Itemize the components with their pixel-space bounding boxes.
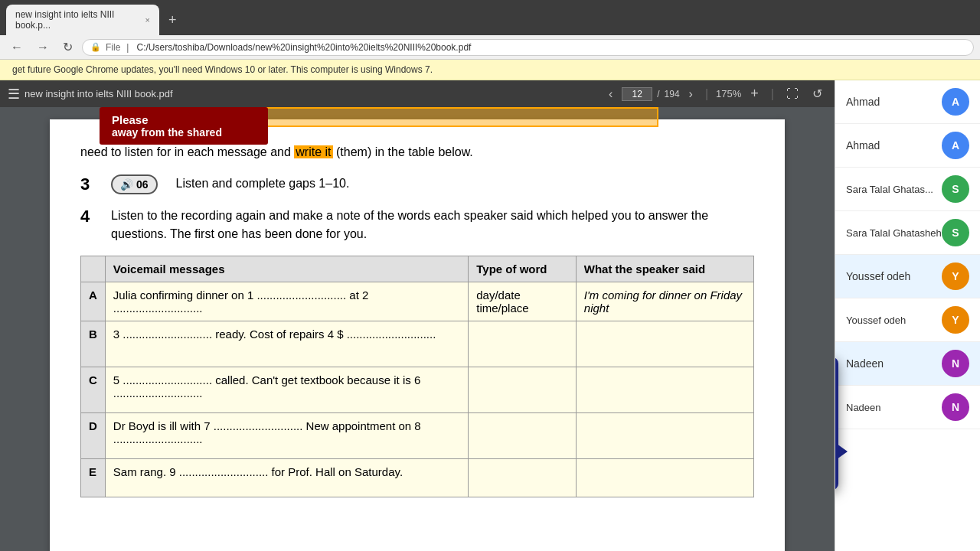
avatar: S: [942, 175, 969, 203]
app-root: new insight into ielts NIII book.p... × …: [0, 0, 980, 551]
page-number-input[interactable]: [622, 87, 652, 101]
th-empty: [81, 256, 106, 282]
pdf-viewer: ☰ new insight into ielts NIII book.pdf ‹…: [0, 80, 835, 551]
avatar: A: [942, 132, 969, 159]
avatar: Y: [942, 262, 969, 290]
row-a-said: I'm coming for dinner on Friday night: [576, 282, 753, 321]
row-d-msg: Dr Boyd is ill with 7 ..................…: [105, 412, 468, 458]
listen-intro-text: need to listen for in each message and w…: [80, 142, 754, 162]
participant-item: Nadeen N: [835, 386, 980, 429]
reload-button[interactable]: ↻: [58, 38, 77, 56]
page-separator: /: [657, 89, 659, 99]
step4-number: 4: [80, 207, 99, 227]
step-3-row: 3 🔊 06 Listen and complete gaps 1–10.: [80, 174, 754, 194]
step3-icon: 🔊 06: [111, 174, 158, 194]
new-tab-button[interactable]: +: [162, 9, 183, 31]
update-text: get future Google Chrome updates, you'll…: [12, 64, 433, 75]
right-panel: Ahmad A Ahmad A Sara Talal Ghatas... S S…: [835, 80, 980, 551]
table-row: C 5 ............................ called.…: [81, 367, 754, 412]
viewer-area: Please away from the shared need to list…: [0, 107, 835, 551]
pdf-toolbar-left: ☰ new insight into ielts NIII book.pdf: [8, 86, 173, 103]
participant-item: Sara Talal Ghatas... S: [835, 168, 980, 211]
nav-bar: ← → ↻ 🔒 File | C:/Users/toshiba/Download…: [0, 35, 980, 60]
participant-item: Sara Talal Ghatasheh S: [835, 211, 980, 255]
participant-name: Ahmad: [846, 139, 880, 152]
participant-item-active: Youssef odeh Y: [835, 255, 980, 298]
page-total: 194: [665, 89, 680, 99]
hamburger-icon[interactable]: ☰: [8, 86, 20, 103]
browser-body: ☰ new insight into ielts NIII book.pdf ‹…: [0, 80, 980, 551]
update-banner: get future Google Chrome updates, you'll…: [0, 60, 980, 80]
row-a-msg: Julia confirming dinner on 1 ...........…: [105, 282, 468, 321]
address-bar[interactable]: 🔒 File | C:/Users/toshiba/Downloads/new%…: [82, 39, 974, 56]
avatar: S: [942, 219, 969, 246]
row-c-type: [469, 367, 577, 412]
step3-number: 3: [80, 174, 99, 194]
step-4-row: 4 Listen to the recording again and make…: [80, 207, 754, 243]
zoom-in-button[interactable]: +: [746, 84, 763, 103]
warning-line2: away from the shared: [112, 126, 256, 139]
step4-text: Listen to the recording again and make a…: [111, 207, 754, 243]
page-controls: ‹ / 194 › | 175% + | ⛶ ↺: [604, 84, 827, 103]
row-c-said: [576, 367, 753, 412]
back-button[interactable]: ←: [6, 39, 28, 56]
participant-name: Youssef odeh: [846, 315, 906, 326]
participant-name: Youssef odeh: [846, 270, 910, 282]
row-b-type: [469, 321, 577, 367]
prev-page-button[interactable]: ‹: [604, 86, 617, 103]
avatar: N: [942, 350, 969, 377]
row-a-type: day/date time/place: [469, 282, 577, 321]
row-c-label: C: [81, 367, 106, 412]
address-separator: |: [126, 42, 129, 53]
row-a-label: A: [81, 282, 106, 321]
speaker-icon: 🔊: [120, 178, 133, 191]
participant-item-active: Nadeen N: [835, 342, 980, 386]
toolbar-sep: |: [705, 87, 708, 101]
table-row: E Sam rang. 9 ..........................…: [81, 458, 754, 497]
row-e-said: [576, 458, 753, 497]
row-c-msg: 5 ............................ called. C…: [105, 367, 468, 412]
participant-item: Youssef odeh Y: [835, 298, 980, 342]
participant-item: Ahmad A: [835, 80, 980, 124]
popup-arrow: [837, 444, 848, 459]
table-header-row: Voicemail messages Type of word What the…: [81, 256, 754, 282]
pdf-page-area: need to listen for in each message and w…: [0, 107, 835, 551]
th-type: Type of word: [469, 256, 577, 282]
file-label: File: [106, 42, 120, 53]
th-voicemail: Voicemail messages: [105, 256, 468, 282]
row-b-said: [576, 321, 753, 367]
active-tab[interactable]: new insight into ielts NIII book.p... ×: [6, 5, 159, 35]
participant-item: Ahmad A: [835, 124, 980, 168]
tab-title: new insight into ielts NIII book.p...: [15, 9, 139, 31]
participant-name: Sara Talal Ghatas...: [846, 184, 933, 195]
tab-close-button[interactable]: ×: [145, 15, 150, 24]
row-b-label: B: [81, 321, 106, 367]
rotate-button[interactable]: ↺: [808, 85, 827, 103]
row-b-msg: 3 ............................ ready. Co…: [105, 321, 468, 367]
fullscreen-button[interactable]: ⛶: [782, 86, 803, 103]
zoom-level: 175%: [716, 88, 741, 99]
avatar: N: [942, 393, 969, 421]
highlight-writeithem: write it: [294, 145, 332, 158]
avatar: Y: [942, 306, 969, 334]
note-popup: Tes You need to be able to use paraphras…: [835, 357, 838, 490]
forward-button[interactable]: →: [32, 39, 54, 56]
participant-name: Nadeen: [846, 402, 881, 413]
voicemail-table: Voicemail messages Type of word What the…: [80, 256, 754, 497]
address-lock-icon: 🔒: [90, 42, 101, 52]
participant-name: Ahmad: [846, 96, 880, 108]
next-page-button[interactable]: ›: [684, 86, 697, 103]
avatar: A: [942, 88, 969, 116]
table-row: A Julia confirming dinner on 1 .........…: [81, 282, 754, 321]
listen-suffix: (them) in the table below.: [336, 145, 473, 158]
row-d-type: [469, 412, 577, 458]
participant-name: Sara Talal Ghatasheh: [846, 227, 942, 239]
th-said: What the speaker said: [576, 256, 753, 282]
pdf-toolbar: ☰ new insight into ielts NIII book.pdf ‹…: [0, 80, 835, 107]
step3-text: Listen and complete gaps 1–10.: [176, 174, 350, 193]
row-d-said: [576, 412, 753, 458]
row-e-label: E: [81, 458, 106, 497]
warning-popup: Please away from the shared: [100, 107, 268, 145]
row-e-type: [469, 458, 577, 497]
table-row: D Dr Boyd is ill with 7 ................…: [81, 412, 754, 458]
